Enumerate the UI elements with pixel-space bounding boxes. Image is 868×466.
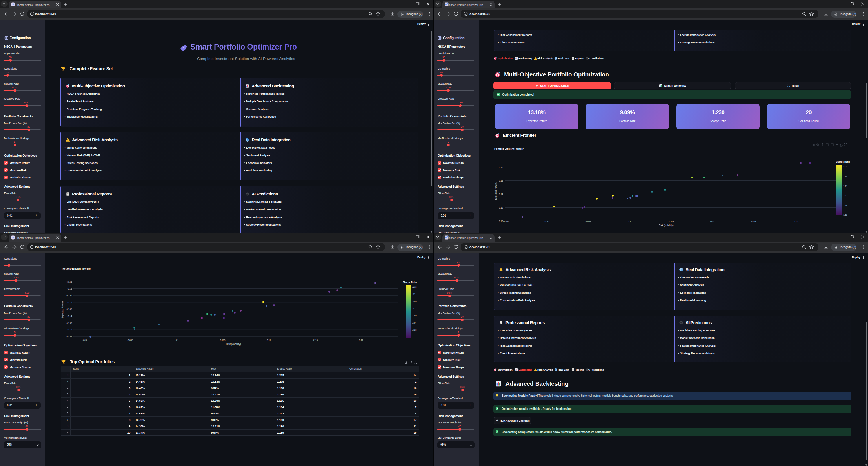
svg-text:0.12: 0.12 [499,220,503,222]
svg-text:0.115: 0.115 [312,339,318,341]
svg-text:0.12: 0.12 [359,339,364,341]
svg-text:0.105: 0.105 [220,339,226,341]
svg-text:0.13: 0.13 [499,207,503,209]
svg-text:1.21: 1.21 [843,185,847,187]
svg-text:1.215: 1.215 [411,286,416,288]
svg-text:0.12: 0.12 [794,220,798,223]
svg-text:Expected Return: Expected Return [494,183,497,199]
svg-text:Sharpe Ratio: Sharpe Ratio [403,281,417,283]
svg-text:0.11: 0.11 [710,220,715,223]
svg-text:Sharpe Ratio: Sharpe Ratio [836,160,850,163]
svg-text:Expected Return: Expected Return [61,301,64,318]
svg-text:1.19: 1.19 [411,321,415,324]
svg-text:0.13: 0.13 [68,329,72,331]
svg-text:0.14: 0.14 [499,193,503,195]
svg-text:0.16: 0.16 [499,166,503,168]
svg-text:0.155: 0.155 [66,294,72,297]
svg-text:1.2: 1.2 [411,307,414,310]
svg-text:1.185: 1.185 [411,329,416,331]
svg-text:0.105: 0.105 [669,220,675,223]
svg-text:1.195: 1.195 [411,314,416,317]
svg-text:1.22: 1.22 [843,175,847,178]
svg-text:0.14: 0.14 [68,315,72,317]
svg-text:1.21: 1.21 [411,293,415,296]
svg-text:0.125: 0.125 [66,335,72,338]
svg-text:0.145: 0.145 [66,308,72,310]
svg-text:1.18: 1.18 [843,214,847,216]
svg-text:0.085: 0.085 [503,220,509,223]
svg-text:1.2: 1.2 [843,194,846,197]
svg-text:0.1: 0.1 [176,339,179,341]
svg-text:0.115: 0.115 [751,220,757,223]
svg-text:0.095: 0.095 [586,220,591,223]
svg-text:0.09: 0.09 [545,220,549,223]
svg-text:0.165: 0.165 [66,281,72,283]
svg-text:0.1: 0.1 [628,220,631,223]
svg-text:0.11: 0.11 [267,339,271,341]
svg-text:0.15: 0.15 [68,301,72,304]
svg-text:0.09: 0.09 [83,339,87,341]
svg-text:0.15: 0.15 [499,180,503,182]
svg-text:0.135: 0.135 [66,322,72,324]
svg-text:1.19: 1.19 [843,204,847,207]
svg-text:0.095: 0.095 [128,339,133,341]
svg-text:Risk (Volatility): Risk (Volatility) [226,343,241,345]
svg-text:1.205: 1.205 [411,300,416,303]
svg-text:1.23: 1.23 [843,165,847,168]
svg-text:Risk (Volatility): Risk (Volatility) [659,224,674,227]
svg-text:0.16: 0.16 [68,288,72,290]
